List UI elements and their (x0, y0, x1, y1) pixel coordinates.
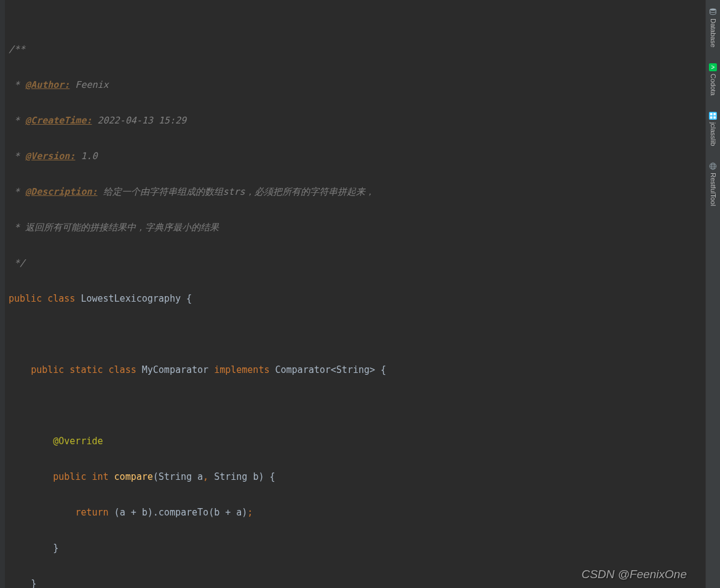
right-sidebar: Database > Codota jclasslib RestfulTool (705, 0, 720, 588)
method-compare: compare (114, 471, 153, 482)
doc-author-tag: @Author: (25, 79, 69, 90)
doc-createtime-tag: @CreateTime: (25, 115, 92, 126)
svg-rect-2 (713, 112, 716, 115)
code-editor[interactable]: /** * @Author: Feenix * @CreateTime: 202… (0, 0, 705, 588)
sidebar-database[interactable]: Database (709, 5, 718, 50)
comment-end: */ (9, 257, 25, 269)
sidebar-jclasslib[interactable]: jclasslib (709, 109, 717, 149)
sidebar-restful[interactable]: RestfulTool (709, 159, 718, 208)
doc-createtime: 2022-04-13 15:29 (92, 115, 186, 126)
svg-rect-3 (710, 116, 713, 119)
watermark: CSDN @FeenixOne (582, 565, 687, 583)
sidebar-codota[interactable]: > Codota (709, 61, 717, 98)
doc-author: Feenix (69, 79, 108, 90)
globe-icon (709, 162, 718, 170)
doc-version-tag: @Version: (25, 151, 75, 162)
svg-rect-4 (713, 116, 716, 119)
database-icon (709, 7, 718, 16)
jclasslib-icon (709, 112, 717, 120)
doc-desc-tag: @Description: (25, 186, 97, 197)
doc-desc2: * 返回所有可能的拼接结果中，字典序最小的结果 (9, 222, 219, 233)
gutter (0, 0, 5, 588)
svg-rect-1 (710, 112, 713, 115)
override-annotation: @Override (53, 436, 103, 447)
doc-version: 1.0 (75, 151, 97, 162)
comment-start: /** (9, 44, 25, 55)
codota-icon: > (709, 63, 717, 71)
class-name: LowestLexicography (81, 293, 181, 304)
inner-class: MyComparator (142, 364, 208, 375)
svg-point-0 (710, 8, 716, 10)
doc-desc: 给定一个由字符串组成的数组strs，必须把所有的字符串拼起来， (98, 186, 374, 197)
